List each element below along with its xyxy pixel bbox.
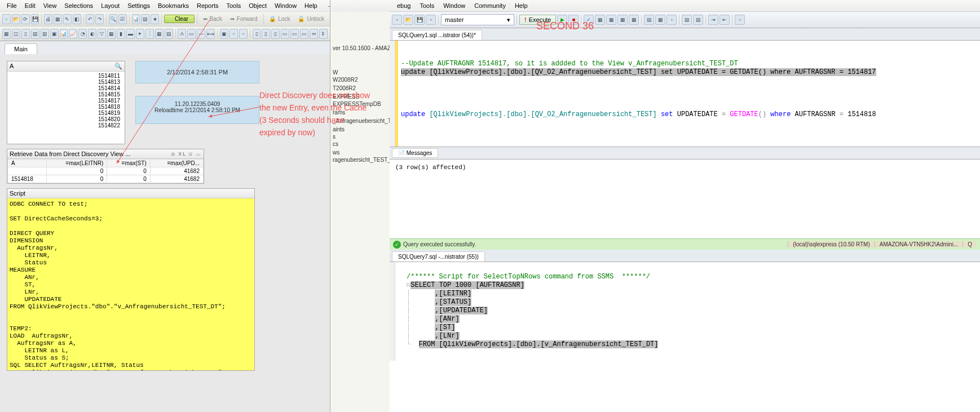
line-object-icon[interactable]: — (197, 29, 205, 39)
chart-scatter-icon[interactable]: ⋮ (145, 29, 154, 39)
menu-window[interactable]: Window (271, 2, 300, 10)
print-icon[interactable]: 🖨 (44, 14, 52, 24)
menu-debug[interactable]: ebug (393, 2, 414, 10)
lock-button[interactable]: 🔒 Lock (266, 15, 293, 23)
align-center-icon[interactable]: ▯ (262, 29, 270, 39)
chart-line-icon[interactable]: 📈 (69, 29, 77, 39)
menu-object[interactable]: Object (245, 2, 270, 10)
new-query-icon[interactable]: ▫ (392, 15, 402, 25)
back-button[interactable]: ⬅ Back (200, 15, 226, 23)
toggle-icon[interactable]: ◧ (73, 14, 81, 24)
open-file-icon[interactable]: 📂 (403, 15, 413, 25)
straight-table-icon[interactable]: ▤ (165, 29, 173, 39)
results-file-icon[interactable]: ▫ (666, 15, 677, 25)
menu-reports[interactable]: Reports (193, 2, 222, 10)
plan-icon[interactable]: ▦ (595, 15, 605, 25)
slider-object-icon[interactable]: ⟷ (206, 29, 215, 39)
list-item[interactable]: 1514813 (11, 79, 121, 85)
comment-icon[interactable]: ▤ (682, 15, 692, 25)
pivot-table-icon[interactable]: ▦ (155, 29, 164, 39)
col-header[interactable]: A (8, 160, 47, 167)
menu-tools[interactable]: Tools (416, 2, 438, 10)
chart-radar-icon[interactable]: ✦ (136, 29, 144, 39)
unlock-button[interactable]: 🔓 Unlock (294, 15, 328, 23)
open-icon[interactable]: 📂 (12, 14, 20, 24)
menu-file[interactable]: File (3, 2, 20, 10)
tab-sqlquery7[interactable]: SQLQuery7.sql -...nistrator (55)) (392, 251, 485, 262)
save-icon[interactable]: 💾 (414, 15, 425, 25)
chart-gauge-icon[interactable]: ◐ (88, 29, 96, 39)
list-item[interactable]: 1514820 (11, 116, 121, 122)
col-header[interactable]: =max(ST) (107, 160, 150, 167)
clear-button[interactable]: Clear (164, 15, 195, 23)
list-item[interactable]: 1514811 (11, 73, 121, 79)
chart-1-icon[interactable]: ◫ (12, 29, 20, 39)
reload-icon[interactable]: ⟳ (21, 14, 30, 24)
align-right-icon[interactable]: ▯ (271, 29, 280, 39)
tree-item[interactable]: W2008R2 (333, 76, 387, 83)
menu-view[interactable]: View (40, 2, 60, 10)
uncomment-icon[interactable]: ▤ (693, 15, 703, 25)
selections-icon[interactable]: ☑ (118, 14, 127, 24)
align-left-icon[interactable]: ▯ (253, 29, 261, 39)
chart-wizard-icon[interactable]: 📊 (132, 14, 140, 24)
tab-messages[interactable]: 📄 Messages (392, 148, 438, 158)
tab-sqlquery1[interactable]: SQLQuery1.sql ...istrator (54))* (392, 30, 482, 40)
chart-mekko-icon[interactable]: ▮ (117, 29, 125, 39)
list-item[interactable]: 1514817 (11, 98, 121, 104)
button-object-icon[interactable]: ▭ (187, 29, 196, 39)
menu-help[interactable]: Help (301, 2, 321, 10)
search-icon[interactable]: 🔍 (114, 63, 122, 70)
redo-icon[interactable]: ↷ (95, 14, 104, 24)
undo-icon[interactable]: ↶ (86, 14, 94, 24)
tree-item[interactable]: cs (333, 140, 387, 148)
chart-pie-icon[interactable]: ◔ (78, 29, 87, 39)
col-header[interactable]: =max(LEITNR) (47, 160, 107, 167)
chart-3-icon[interactable]: ▤ (31, 29, 39, 39)
container-icon[interactable]: ▣ (220, 29, 228, 39)
include-plan-icon[interactable]: ▦ (617, 15, 628, 25)
menu-edit[interactable]: Edit (21, 2, 39, 10)
results-grid-icon[interactable]: ▦ (655, 15, 665, 25)
outdent-icon[interactable]: ⇤ (719, 15, 730, 25)
chart-funnel-icon[interactable]: ▽ (98, 29, 106, 39)
straight-table[interactable]: Retrieve Data from Direct Discovery View… (7, 149, 204, 184)
client-stats-icon[interactable]: ▦ (629, 15, 639, 25)
align-middle-icon[interactable]: ▭ (290, 29, 299, 39)
tree-item[interactable]: ws (333, 149, 387, 156)
menu-window[interactable]: Window (439, 2, 469, 10)
pivot-icon[interactable]: ▦ (54, 14, 62, 24)
edit-icon[interactable]: ✎ (63, 14, 72, 24)
dist-h-icon[interactable]: ⇔ (310, 29, 318, 39)
menu-tools[interactable]: Tools (223, 2, 244, 10)
list-item[interactable]: 1514819 (11, 110, 121, 116)
new-icon[interactable]: ▫ (2, 14, 11, 24)
design-grid-icon[interactable]: ▦ (2, 29, 11, 39)
table-caption-tools[interactable]: ⧄ XL ⊡ ▭ (171, 151, 201, 157)
results-text-icon[interactable]: ▤ (644, 15, 654, 25)
menu-settings[interactable]: Settings (124, 2, 153, 10)
tree-item[interactable]: ragenubersicht_TEST_D (333, 156, 387, 163)
sql-editor-1[interactable]: --Update AUFTRAGNR 1514817, so it is add… (390, 41, 980, 147)
custom-2-icon[interactable]: ▫ (239, 29, 248, 39)
list-item[interactable]: 1514818 (11, 104, 121, 110)
tree-item[interactable]: W (333, 69, 387, 76)
database-combo[interactable]: master▾ (441, 14, 514, 25)
menu-help[interactable]: Help (511, 2, 532, 10)
menu-layout[interactable]: Layout (98, 2, 123, 10)
estimated-plan-icon[interactable]: ▦ (606, 15, 616, 25)
menu-community[interactable]: Community (470, 2, 510, 10)
template-icon[interactable]: ▫ (735, 15, 745, 25)
chart-bar-icon[interactable]: 📊 (60, 29, 68, 39)
custom-1-icon[interactable]: ▫ (229, 29, 238, 39)
text-object-icon[interactable]: A (178, 29, 186, 39)
listbox-items[interactable]: 1514811 1514813 1514814 1514815 1514817 … (7, 72, 125, 130)
col-header[interactable]: =max(UPD... (150, 160, 203, 167)
tab-main[interactable]: Main (5, 43, 37, 54)
dist-v-icon[interactable]: ⇕ (319, 29, 328, 39)
list-item[interactable]: 1514815 (11, 91, 121, 98)
list-item[interactable]: 1514822 (11, 122, 121, 129)
menu-selections[interactable]: Selections (61, 2, 96, 10)
align-bottom-icon[interactable]: ▭ (300, 29, 308, 39)
save-all-icon[interactable]: ▫ (426, 15, 436, 25)
